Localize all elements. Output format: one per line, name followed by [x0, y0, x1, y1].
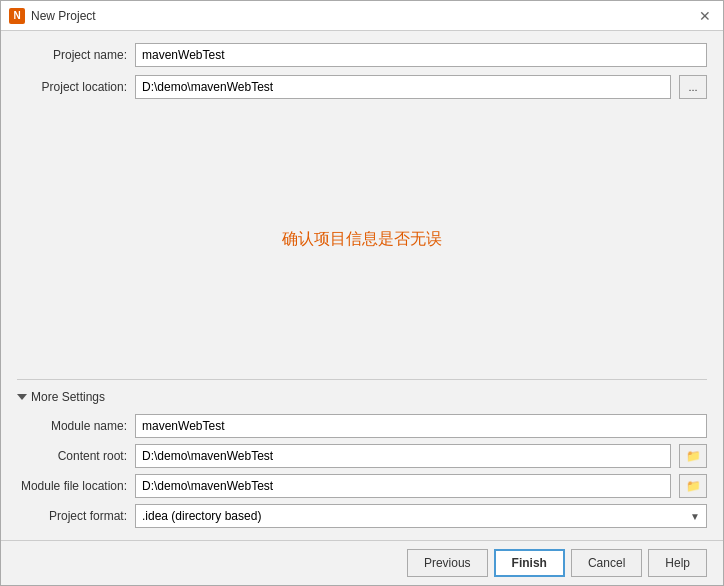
project-name-label: Project name: — [17, 48, 127, 62]
content-root-label: Content root: — [17, 449, 127, 463]
new-project-dialog: N New Project ✕ Project name: Project lo… — [0, 0, 724, 586]
more-settings-toggle[interactable]: More Settings — [17, 388, 707, 406]
finish-button[interactable]: Finish — [494, 549, 565, 577]
help-button[interactable]: Help — [648, 549, 707, 577]
app-icon: N — [9, 8, 25, 24]
more-settings-fields: Module name: Content root: 📁 Module file… — [17, 414, 707, 528]
project-location-row: Project location: ... — [17, 75, 707, 99]
expand-icon — [17, 394, 27, 400]
folder-icon: 📁 — [686, 449, 701, 463]
content-root-browse-button[interactable]: 📁 — [679, 444, 707, 468]
project-name-input[interactable] — [135, 43, 707, 67]
cancel-button[interactable]: Cancel — [571, 549, 642, 577]
close-button[interactable]: ✕ — [695, 6, 715, 26]
confirm-message: 确认项目信息是否无误 — [282, 229, 442, 250]
dialog-content: Project name: Project location: ... 确认项目… — [1, 31, 723, 540]
dropdown-arrow-icon: ▼ — [690, 511, 700, 522]
content-root-input[interactable] — [135, 444, 671, 468]
more-settings-section: More Settings Module name: Content root:… — [17, 379, 707, 528]
dialog-title: New Project — [31, 9, 695, 23]
center-message-area: 确认项目信息是否无误 — [17, 107, 707, 371]
project-format-row: Project format: .idea (directory based) … — [17, 504, 707, 528]
title-bar: N New Project ✕ — [1, 1, 723, 31]
project-format-label: Project format: — [17, 509, 127, 523]
project-location-browse-button[interactable]: ... — [679, 75, 707, 99]
module-name-input[interactable] — [135, 414, 707, 438]
dialog-footer: Previous Finish Cancel Help — [1, 540, 723, 585]
folder-icon-2: 📁 — [686, 479, 701, 493]
module-file-location-label: Module file location: — [17, 479, 127, 493]
project-format-dropdown[interactable]: .idea (directory based) ▼ — [135, 504, 707, 528]
module-name-row: Module name: — [17, 414, 707, 438]
module-file-location-browse-button[interactable]: 📁 — [679, 474, 707, 498]
project-location-input[interactable] — [135, 75, 671, 99]
module-name-label: Module name: — [17, 419, 127, 433]
module-file-location-row: Module file location: 📁 — [17, 474, 707, 498]
previous-button[interactable]: Previous — [407, 549, 488, 577]
project-format-value: .idea (directory based) — [142, 509, 261, 523]
more-settings-label: More Settings — [31, 390, 105, 404]
module-file-location-input[interactable] — [135, 474, 671, 498]
project-name-row: Project name: — [17, 43, 707, 67]
project-location-label: Project location: — [17, 80, 127, 94]
content-root-row: Content root: 📁 — [17, 444, 707, 468]
